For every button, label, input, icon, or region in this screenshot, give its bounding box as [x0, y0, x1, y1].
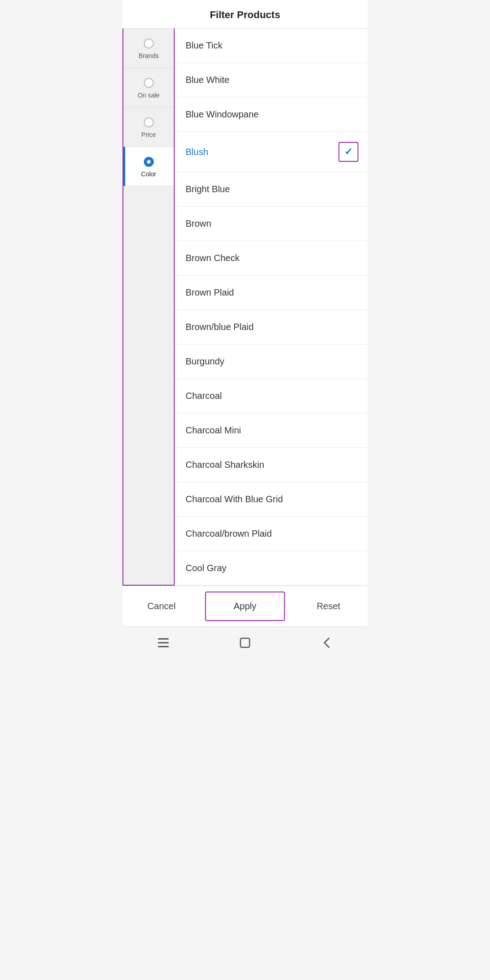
svg-rect-1 — [158, 642, 169, 643]
list-item-bright-blue[interactable]: Bright Blue — [175, 172, 368, 207]
list-item-blue-white[interactable]: Blue White — [175, 63, 368, 97]
list-item-charcoal-mini[interactable]: Charcoal Mini — [175, 413, 368, 448]
list-item-label-charcoal-sharkskin: Charcoal Sharkskin — [186, 460, 264, 470]
action-bar: Cancel Apply Reset — [122, 586, 368, 626]
list-item-label-bright-blue: Bright Blue — [186, 184, 230, 194]
nav-home-icon[interactable] — [236, 634, 254, 652]
main-content: Brands On sale Price Color Blue Tick Blu… — [122, 29, 368, 586]
list-item-label-blue-tick: Blue Tick — [186, 40, 222, 51]
nav-menu-icon[interactable] — [154, 634, 172, 652]
list-item-label-charcoal-with-blue-grid: Charcoal With Blue Grid — [186, 494, 283, 505]
list-item-label-brown-plaid: Brown Plaid — [186, 287, 234, 298]
sidebar: Brands On sale Price Color — [122, 29, 175, 586]
list-item-brown-blue-plaid[interactable]: Brown/blue Plaid — [175, 310, 368, 344]
sidebar-item-on-sale[interactable]: On sale — [123, 68, 174, 107]
list-item-blue-tick[interactable]: Blue Tick — [175, 29, 368, 63]
list-item-brown-check[interactable]: Brown Check — [175, 241, 368, 276]
nav-back-icon[interactable] — [318, 634, 336, 652]
checkmark-icon: ✓ — [344, 146, 353, 158]
svg-rect-0 — [158, 638, 169, 640]
list-item-label-brown-blue-plaid: Brown/blue Plaid — [186, 322, 254, 332]
sidebar-item-brands[interactable]: Brands — [123, 29, 174, 68]
apply-button[interactable]: Apply — [205, 592, 285, 621]
sidebar-label-price: Price — [142, 131, 156, 138]
list-item-charcoal-brown-plaid[interactable]: Charcoal/brown Plaid — [175, 517, 368, 551]
color-list: Blue Tick Blue White Blue Windowpane Blu… — [175, 29, 368, 586]
list-item-label-brown-check: Brown Check — [186, 253, 240, 263]
sidebar-item-color[interactable]: Color — [123, 147, 174, 186]
list-item-label-burgundy: Burgundy — [186, 356, 225, 367]
sidebar-radio-color — [144, 157, 154, 167]
sidebar-label-brands: Brands — [138, 52, 158, 59]
list-item-charcoal[interactable]: Charcoal — [175, 379, 368, 413]
list-item-label-charcoal-brown-plaid: Charcoal/brown Plaid — [186, 529, 272, 539]
list-item-label-cool-gray: Cool Gray — [186, 563, 226, 573]
list-item-label-brown: Brown — [186, 218, 211, 229]
cancel-button[interactable]: Cancel — [122, 586, 201, 626]
svg-rect-2 — [158, 646, 169, 647]
header: Filter Products — [122, 0, 368, 29]
svg-rect-3 — [240, 638, 250, 647]
list-item-label-blush: Blush — [186, 147, 208, 157]
checkbox-blush[interactable]: ✓ — [338, 142, 358, 162]
sidebar-label-color: Color — [141, 170, 156, 178]
sidebar-item-price[interactable]: Price — [123, 107, 174, 147]
page-title: Filter Products — [210, 9, 280, 20]
list-item-blush[interactable]: Blush ✓ — [175, 132, 368, 172]
list-item-cool-gray[interactable]: Cool Gray — [175, 551, 368, 586]
list-item-label-blue-windowpane: Blue Windowpane — [186, 109, 259, 120]
list-item-label-blue-white: Blue White — [186, 75, 230, 85]
list-item-label-charcoal-mini: Charcoal Mini — [186, 425, 241, 436]
list-item-brown[interactable]: Brown — [175, 207, 368, 241]
sidebar-radio-brands — [144, 39, 154, 49]
list-item-blue-windowpane[interactable]: Blue Windowpane — [175, 97, 368, 132]
list-item-brown-plaid[interactable]: Brown Plaid — [175, 276, 368, 310]
list-item-charcoal-with-blue-grid[interactable]: Charcoal With Blue Grid — [175, 482, 368, 517]
list-item-charcoal-sharkskin[interactable]: Charcoal Sharkskin — [175, 448, 368, 482]
sidebar-radio-price — [144, 117, 154, 127]
sidebar-radio-on-sale — [144, 78, 154, 88]
nav-bar — [122, 626, 368, 658]
sidebar-label-on-sale: On sale — [137, 92, 159, 99]
reset-button[interactable]: Reset — [289, 586, 368, 626]
list-item-burgundy[interactable]: Burgundy — [175, 344, 368, 379]
list-item-label-charcoal: Charcoal — [186, 391, 222, 401]
